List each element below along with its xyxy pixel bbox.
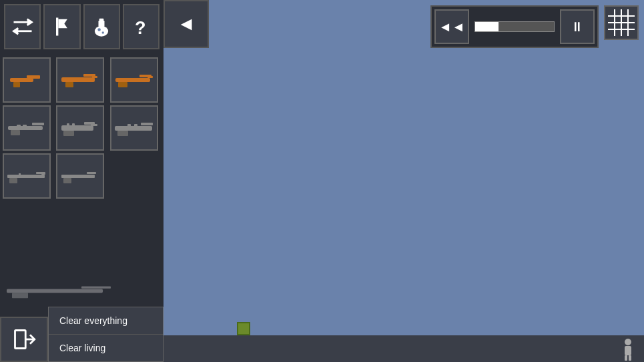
svg-rect-20 bbox=[147, 76, 153, 78]
svg-rect-32 bbox=[115, 126, 152, 131]
clear-living-button[interactable]: Clear living bbox=[49, 335, 163, 361]
svg-rect-43 bbox=[87, 172, 96, 174]
svg-rect-59 bbox=[629, 355, 631, 361]
flag-button[interactable] bbox=[43, 4, 80, 49]
svg-rect-13 bbox=[61, 77, 95, 82]
svg-rect-4 bbox=[99, 21, 105, 27]
main-area: ◄ ◄◄ ⏸ bbox=[164, 0, 644, 362]
weapon-item-6[interactable] bbox=[110, 105, 158, 151]
progress-bar bbox=[474, 21, 555, 32]
svg-rect-35 bbox=[127, 124, 131, 127]
progress-bar-fill bbox=[475, 22, 499, 31]
svg-rect-23 bbox=[11, 130, 20, 135]
pause-button[interactable]: ⏸ bbox=[560, 9, 595, 44]
svg-point-7 bbox=[102, 31, 104, 33]
svg-rect-2 bbox=[56, 18, 58, 36]
svg-point-6 bbox=[98, 28, 101, 31]
svg-rect-45 bbox=[7, 289, 103, 293]
back-button[interactable]: ◄ bbox=[164, 0, 209, 48]
green-object bbox=[237, 322, 250, 335]
svg-rect-17 bbox=[115, 78, 150, 82]
weapon-item-2[interactable] bbox=[56, 57, 104, 103]
clear-everything-button[interactable]: Clear everything bbox=[49, 307, 163, 335]
person-icon bbox=[620, 335, 636, 362]
svg-rect-44 bbox=[63, 178, 71, 183]
svg-rect-40 bbox=[41, 173, 45, 175]
weapon-item-3[interactable] bbox=[110, 57, 158, 103]
weapon-item-5[interactable] bbox=[56, 105, 104, 151]
bottom-area: Clear everything Clear living bbox=[0, 302, 164, 362]
grid-toggle-button[interactable] bbox=[604, 5, 639, 40]
context-menu: Clear everything Clear living bbox=[48, 307, 164, 362]
question-button[interactable]: ? bbox=[123, 4, 159, 49]
svg-rect-19 bbox=[118, 82, 127, 87]
svg-rect-9 bbox=[10, 78, 33, 82]
svg-rect-41 bbox=[19, 173, 21, 176]
svg-rect-31 bbox=[72, 123, 75, 127]
svg-rect-47 bbox=[12, 293, 28, 298]
svg-rect-37 bbox=[7, 175, 45, 178]
svg-rect-30 bbox=[67, 123, 69, 127]
svg-text:?: ? bbox=[135, 18, 146, 38]
svg-rect-39 bbox=[9, 178, 17, 183]
exit-button[interactable] bbox=[0, 317, 48, 362]
sidebar: ? bbox=[0, 0, 164, 362]
ground bbox=[164, 335, 644, 362]
weapon-item-7[interactable] bbox=[3, 153, 51, 199]
swap-button[interactable] bbox=[4, 4, 41, 49]
svg-rect-57 bbox=[625, 346, 631, 355]
playback-controls: ◄◄ ⏸ bbox=[430, 5, 599, 48]
svg-rect-26 bbox=[61, 125, 93, 131]
svg-rect-24 bbox=[17, 125, 21, 127]
svg-rect-29 bbox=[91, 124, 97, 126]
svg-rect-36 bbox=[134, 124, 137, 127]
rewind-button[interactable]: ◄◄ bbox=[434, 9, 469, 44]
potion-button[interactable] bbox=[83, 4, 120, 49]
weapon-item-1[interactable] bbox=[3, 57, 51, 103]
svg-rect-16 bbox=[92, 76, 97, 78]
svg-rect-11 bbox=[13, 82, 20, 87]
svg-rect-42 bbox=[61, 175, 95, 178]
svg-point-56 bbox=[625, 339, 631, 345]
svg-rect-34 bbox=[117, 131, 128, 136]
svg-point-3 bbox=[95, 26, 108, 37]
svg-rect-25 bbox=[23, 125, 27, 127]
weapon-silhouette bbox=[7, 281, 113, 301]
top-toolbar: ? bbox=[0, 0, 164, 55]
svg-rect-22 bbox=[32, 123, 44, 125]
weapon-item-8[interactable] bbox=[56, 153, 104, 199]
svg-rect-58 bbox=[625, 355, 627, 361]
svg-rect-5 bbox=[99, 19, 104, 22]
svg-rect-12 bbox=[32, 77, 40, 79]
svg-rect-48 bbox=[15, 331, 26, 349]
top-right-controls: ◄◄ ⏸ bbox=[425, 0, 644, 53]
weapon-item-4[interactable] bbox=[3, 105, 51, 151]
svg-rect-15 bbox=[65, 82, 73, 87]
svg-rect-33 bbox=[141, 123, 153, 125]
svg-rect-46 bbox=[81, 287, 111, 289]
svg-rect-28 bbox=[63, 131, 74, 136]
